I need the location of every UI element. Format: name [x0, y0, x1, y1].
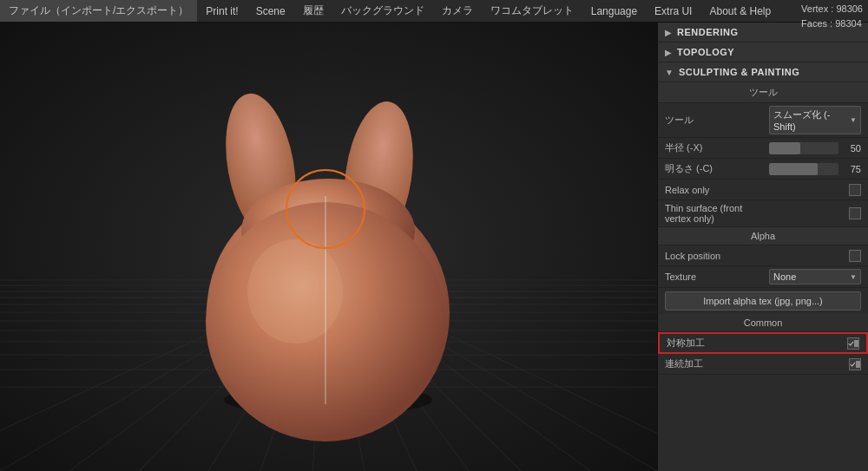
- menubar: ファイル（インポート/エクスポート） Print it! Scene 履歴 バッ…: [0, 0, 868, 23]
- checkmark-icon: [848, 339, 854, 348]
- menu-background[interactable]: バックグラウンド: [332, 0, 433, 22]
- radius-fill: [769, 142, 800, 154]
- connected-label: 連続加工: [665, 357, 769, 370]
- menu-file[interactable]: ファイル（インポート/エクスポート）: [0, 0, 197, 22]
- viewport[interactable]: [0, 23, 657, 471]
- symmetric-value: [771, 337, 859, 350]
- connected-checkbox[interactable]: [849, 358, 861, 370]
- brightness-slider[interactable]: 75: [769, 163, 861, 175]
- lock-position-checkbox[interactable]: [849, 250, 861, 262]
- vertex-count: Vertex : 98306: [801, 2, 863, 16]
- menu-about[interactable]: About & Help: [700, 2, 779, 21]
- common-header: Common: [658, 314, 868, 332]
- rendering-title: RENDERING: [677, 27, 739, 37]
- import-alpha-button[interactable]: Import alpha tex (jpg, png...): [665, 291, 861, 311]
- sculpting-arrow: ▼: [665, 68, 674, 77]
- tool-value-container: スムーズ化 (-Shift) ▼: [769, 106, 861, 134]
- menu-scene[interactable]: Scene: [247, 2, 294, 21]
- texture-dropdown-arrow: ▼: [850, 273, 857, 281]
- faces-count: Faces : 98304: [801, 16, 863, 31]
- tool-value: スムーズ化 (-Shift): [773, 108, 850, 132]
- texture-label: Texture: [665, 271, 769, 282]
- alpha-subsection: Alpha: [658, 227, 868, 245]
- brightness-value: 75: [844, 164, 861, 174]
- connected-value: [769, 358, 861, 370]
- relax-label: Relax only: [665, 185, 769, 195]
- lock-position-value: [769, 250, 861, 262]
- brightness-track: [769, 163, 838, 175]
- topology-arrow: ▶: [665, 48, 672, 57]
- radius-label: 半径 (-X): [665, 141, 769, 154]
- thin-surface-row: Thin surface (front vertex only): [658, 200, 868, 227]
- symmetric-label: 対称加工: [667, 337, 771, 350]
- thin-surface-label: Thin surface (front vertex only): [665, 203, 769, 224]
- svg-point-33: [247, 239, 343, 343]
- menu-wacom[interactable]: ワコムタブレット: [482, 0, 582, 22]
- menu-print[interactable]: Print it!: [197, 2, 247, 21]
- texture-value-container: None ▼: [769, 269, 861, 285]
- section-sculpting[interactable]: ▼ SCULPTING & PAINTING: [658, 62, 868, 82]
- connected-row: 連続加工: [658, 354, 868, 375]
- tool-subsection: ツール: [658, 82, 868, 103]
- menu-extra-ui[interactable]: Extra UI: [646, 2, 700, 21]
- tool-dropdown-arrow: ▼: [850, 116, 857, 124]
- brightness-label: 明るさ (-C): [665, 162, 769, 175]
- symmetric-row: 対称加工: [658, 332, 868, 354]
- brightness-row: 明るさ (-C) 75: [658, 159, 868, 180]
- texture-row: Texture None ▼: [658, 266, 868, 288]
- topology-title: TOPOLOGY: [677, 47, 734, 57]
- lock-position-label: Lock position: [665, 251, 769, 261]
- vertex-info: Vertex : 98306 Faces : 98304: [801, 2, 863, 30]
- radius-track: [769, 142, 838, 154]
- relax-value: [769, 184, 861, 196]
- right-panel: ▶ RENDERING ▶ TOPOLOGY ▼ SCULPTING & PAI…: [657, 23, 868, 471]
- brightness-fill: [769, 163, 818, 175]
- thin-surface-value: [769, 207, 861, 219]
- relax-checkbox[interactable]: [849, 184, 861, 196]
- radius-slider[interactable]: 50: [769, 142, 861, 154]
- checkmark-icon-2: [850, 360, 856, 369]
- rendering-arrow: ▶: [665, 28, 672, 37]
- sculpting-title: SCULPTING & PAINTING: [679, 67, 799, 77]
- menu-language[interactable]: Language: [582, 2, 646, 21]
- menu-history[interactable]: 履歴: [294, 0, 332, 22]
- radius-value: 50: [844, 143, 861, 154]
- menu-camera[interactable]: カメラ: [433, 0, 482, 22]
- tool-label: ツール: [665, 114, 769, 127]
- texture-value: None: [773, 271, 796, 282]
- tool-row: ツール スムーズ化 (-Shift) ▼: [658, 103, 868, 138]
- radius-row: 半径 (-X) 50: [658, 138, 868, 159]
- thin-surface-checkbox[interactable]: [849, 207, 861, 219]
- section-topology[interactable]: ▶ TOPOLOGY: [658, 43, 868, 62]
- texture-dropdown[interactable]: None ▼: [769, 269, 861, 285]
- symmetric-checkbox[interactable]: [847, 337, 859, 350]
- lock-position-row: Lock position: [658, 245, 868, 266]
- relax-row: Relax only: [658, 180, 868, 200]
- tool-dropdown[interactable]: スムーズ化 (-Shift) ▼: [769, 106, 861, 134]
